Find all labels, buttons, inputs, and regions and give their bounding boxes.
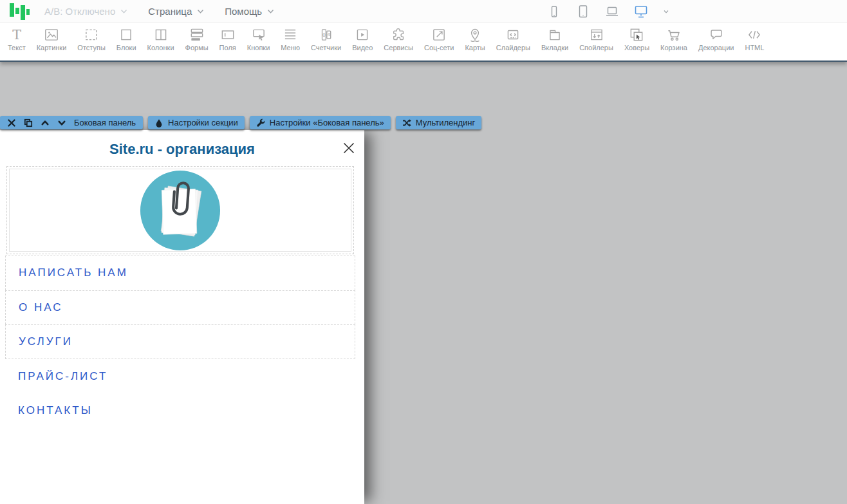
widget-forms[interactable]: Формы xyxy=(183,26,211,51)
device-preview-switcher xyxy=(544,0,672,23)
menu-help-label: Помощь xyxy=(225,6,262,17)
phone-icon[interactable] xyxy=(544,3,564,20)
widget-label: Вкладки xyxy=(541,44,568,51)
image-placeholder[interactable] xyxy=(6,166,354,254)
section-controls: Боковая панель xyxy=(0,116,143,129)
move-down-icon[interactable] xyxy=(57,118,66,127)
forms-icon xyxy=(189,26,205,43)
widget-services[interactable]: Сервисы xyxy=(381,26,416,51)
widget-buttons[interactable]: Кнопки xyxy=(245,26,273,51)
widget-label: Видео xyxy=(352,44,373,51)
widget-spoilers[interactable]: Спойлеры xyxy=(577,26,616,51)
sliders-icon xyxy=(505,26,521,43)
sidebar-menu-item[interactable]: УСЛУГИ xyxy=(5,324,355,359)
widget-blocks[interactable]: Блоки xyxy=(114,26,139,51)
shuffle-icon xyxy=(402,118,411,127)
maps-icon xyxy=(467,26,483,43)
menu-icon xyxy=(282,26,299,43)
sidebar-menu-item[interactable]: КОНТАКТЫ xyxy=(0,393,364,428)
widget-counters[interactable]: 04Счетчики xyxy=(308,26,344,51)
widget-video[interactable]: Видео xyxy=(349,26,375,51)
desktop-icon[interactable] xyxy=(631,3,651,20)
lpgenerator-logo-icon xyxy=(10,3,30,20)
text-icon: T xyxy=(8,26,25,43)
tab-shuffle[interactable]: Мультилендинг xyxy=(396,116,482,129)
widget-tabs[interactable]: Вкладки xyxy=(539,26,571,51)
widget-label: Блоки xyxy=(116,44,136,51)
svg-text:0: 0 xyxy=(322,32,326,38)
social-icon xyxy=(431,26,447,43)
widget-label: Кнопки xyxy=(247,44,270,51)
widget-label: Отступы xyxy=(77,44,106,51)
widget-label: Корзина xyxy=(660,44,687,51)
tabs-icon xyxy=(546,26,563,43)
tablet-icon[interactable] xyxy=(573,3,593,20)
page-title[interactable]: Site.ru - организация xyxy=(0,130,364,158)
editor-canvas[interactable]: Боковая панельНастройки секцииНастройки … xyxy=(0,57,847,504)
images-icon xyxy=(43,26,60,43)
svg-text:4: 4 xyxy=(327,32,330,37)
widget-label: Ховеры xyxy=(624,44,649,51)
widget-html[interactable]: HTML xyxy=(742,26,767,51)
widget-hovers[interactable]: Ховеры xyxy=(622,26,652,51)
buttons-icon xyxy=(250,26,267,43)
widget-sliders[interactable]: Слайдеры xyxy=(494,26,533,51)
close-icon xyxy=(341,140,357,156)
sidebar-menu-item[interactable]: О НАС xyxy=(5,290,355,325)
chevron-down-icon[interactable] xyxy=(660,3,672,20)
menu-help[interactable]: Помощь xyxy=(225,6,274,17)
widget-spacing[interactable]: Отступы xyxy=(75,26,108,51)
widgets-toolbar: TТекстКартинкиОтступыБлокиКолонкиФормыПо… xyxy=(0,23,847,62)
columns-icon xyxy=(153,26,169,43)
laptop-icon[interactable] xyxy=(602,3,622,20)
close-panel-button[interactable] xyxy=(341,140,357,156)
sidebar-panel: Site.ru - организация НАПИСАТЬ НАМО НАСУ xyxy=(0,130,364,504)
section-label: Боковая панель xyxy=(74,118,136,127)
lpgenerator-logo[interactable] xyxy=(10,3,30,20)
chevron-down-icon xyxy=(120,9,127,14)
widget-maps[interactable]: Карты xyxy=(462,26,487,51)
widget-label: Спойлеры xyxy=(579,44,613,51)
widget-images[interactable]: Картинки xyxy=(34,26,70,51)
widget-fields[interactable]: Поля xyxy=(217,26,239,51)
widget-text[interactable]: TТекст xyxy=(5,26,28,51)
widget-label: Счетчики xyxy=(311,44,341,51)
widget-label: Слайдеры xyxy=(496,44,530,51)
widget-label: Сервисы xyxy=(384,44,413,51)
widget-label: Меню xyxy=(281,44,300,51)
spoilers-icon xyxy=(588,26,605,43)
move-up-icon[interactable] xyxy=(41,118,50,127)
widget-social[interactable]: Соц-сети xyxy=(422,26,456,51)
menu-ab-test[interactable]: A/B: Отключено xyxy=(44,6,127,17)
tab-droplet[interactable]: Настройки секции xyxy=(148,116,245,129)
widget-label: Картинки xyxy=(37,44,67,51)
spacing-icon xyxy=(83,26,100,43)
menu-page[interactable]: Страница xyxy=(148,6,204,17)
sidebar-menu-item[interactable]: НАПИСАТЬ НАМ xyxy=(5,256,355,290)
paperclip-documents-illustration xyxy=(132,169,228,252)
video-icon xyxy=(354,26,371,43)
fields-icon xyxy=(219,26,236,43)
widget-label: Соц-сети xyxy=(424,44,454,51)
duplicate-icon[interactable] xyxy=(24,118,33,127)
sidebar-menu-item[interactable]: ПРАЙС-ЛИСТ xyxy=(0,359,364,394)
counters-icon: 04 xyxy=(318,26,335,43)
close-icon[interactable] xyxy=(7,118,16,127)
tab-wrench[interactable]: Настройки «Боковая панель» xyxy=(250,116,391,129)
tab-label: Мультилендинг xyxy=(416,118,476,127)
widget-decorations[interactable]: Декорации xyxy=(696,26,736,51)
widget-cart[interactable]: Корзина xyxy=(658,26,690,51)
widget-label: Колонки xyxy=(147,44,174,51)
widget-label: Формы xyxy=(185,44,209,51)
widget-label: Декорации xyxy=(698,44,734,51)
tab-label: Настройки «Боковая панель» xyxy=(270,118,384,127)
chevron-down-icon xyxy=(197,9,204,14)
widget-label: Поля xyxy=(219,44,236,51)
menu-ab-test-label: A/B: Отключено xyxy=(44,6,115,17)
chevron-down-icon xyxy=(267,9,274,14)
widget-columns[interactable]: Колонки xyxy=(145,26,177,51)
site-menu-list: НАПИСАТЬ НАМО НАСУСЛУГИПРАЙС-ЛИСТКОНТАКТ… xyxy=(0,256,364,428)
widget-menu[interactable]: Меню xyxy=(278,26,302,51)
services-icon xyxy=(390,26,407,43)
menu-page-label: Страница xyxy=(148,6,192,17)
